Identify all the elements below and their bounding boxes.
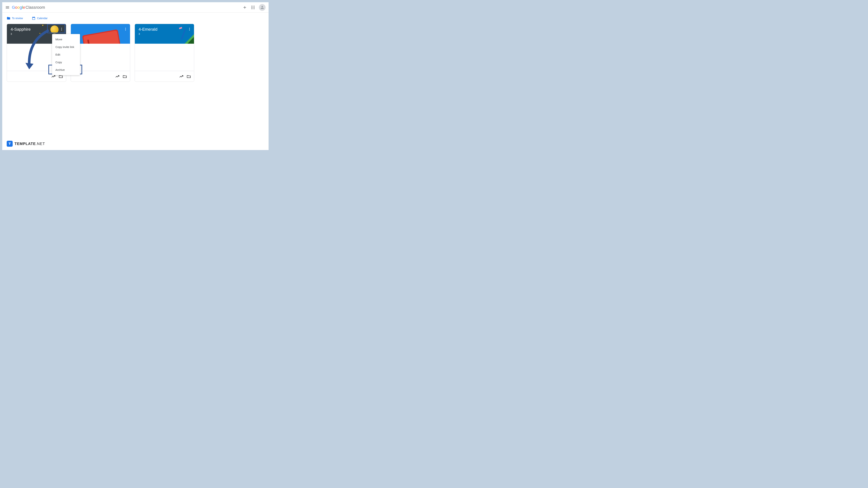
brand-suffix: .NET (36, 142, 45, 146)
trending-icon[interactable] (179, 74, 184, 78)
app-logo[interactable]: Google Classroom (12, 5, 45, 10)
folder-check-icon (7, 17, 10, 20)
svg-point-18 (125, 30, 126, 31)
card-header: 4-Emerald 3 (135, 24, 194, 44)
apps-grid-icon[interactable] (251, 5, 255, 10)
folder-icon[interactable] (187, 74, 191, 78)
folder-icon[interactable] (123, 74, 127, 78)
svg-point-16 (125, 28, 126, 28)
card-body (135, 44, 194, 71)
plus-icon[interactable] (243, 5, 247, 10)
svg-rect-21 (181, 29, 186, 40)
sub-navigation: To review Calendar (2, 13, 269, 24)
menu-item-edit[interactable]: Edit (52, 51, 80, 58)
svg-point-25 (189, 30, 190, 31)
card-context-menu: Move Copy invite link Edit Copy Archive (52, 34, 80, 75)
product-name: Classroom (26, 5, 45, 10)
menu-item-copy[interactable]: Copy (52, 58, 80, 66)
svg-point-6 (251, 8, 252, 9)
calendar-link[interactable]: Calendar (30, 15, 50, 22)
to-review-label: To review (12, 17, 23, 20)
svg-point-11 (61, 30, 62, 31)
template-logo-icon (7, 141, 13, 147)
account-avatar[interactable] (259, 4, 266, 11)
card-decoration (74, 27, 126, 44)
card-kebab-menu[interactable] (123, 27, 128, 31)
to-review-link[interactable]: To review (4, 15, 25, 22)
svg-point-10 (61, 29, 62, 29)
template-brand-text: TEMPLATE.NET (14, 142, 45, 146)
class-card-emerald[interactable]: 4-Emerald 3 (135, 24, 194, 82)
svg-point-9 (61, 28, 62, 28)
svg-point-7 (253, 8, 253, 9)
card-footer (135, 71, 194, 82)
app-header: Google Classroom (2, 2, 269, 13)
svg-point-1 (253, 6, 253, 6)
svg-point-2 (254, 6, 255, 6)
card-kebab-menu[interactable] (187, 27, 192, 31)
svg-point-5 (254, 7, 255, 8)
svg-point-23 (189, 28, 190, 28)
menu-item-move[interactable]: Move (52, 35, 80, 43)
svg-point-17 (125, 29, 126, 29)
calendar-label: Calendar (37, 17, 48, 20)
calendar-icon (32, 17, 35, 20)
svg-point-0 (251, 6, 252, 6)
menu-item-archive[interactable]: Archive (52, 66, 80, 74)
svg-point-3 (251, 7, 252, 8)
svg-point-24 (189, 29, 190, 29)
app-frame: Google Classroom To review Calendar (2, 2, 269, 150)
template-net-watermark: TEMPLATE.NET (7, 141, 45, 147)
brand-name: TEMPLATE (14, 142, 36, 146)
cards-container: 4-Sapphire 3 Move Copy invite link E (2, 24, 269, 82)
menu-item-copy-invite[interactable]: Copy invite link (52, 43, 80, 51)
hamburger-icon[interactable] (5, 5, 10, 10)
svg-rect-22 (179, 27, 182, 29)
card-kebab-menu[interactable] (59, 27, 64, 31)
svg-point-4 (253, 7, 253, 8)
svg-point-8 (254, 8, 255, 9)
trending-icon[interactable] (115, 74, 120, 78)
